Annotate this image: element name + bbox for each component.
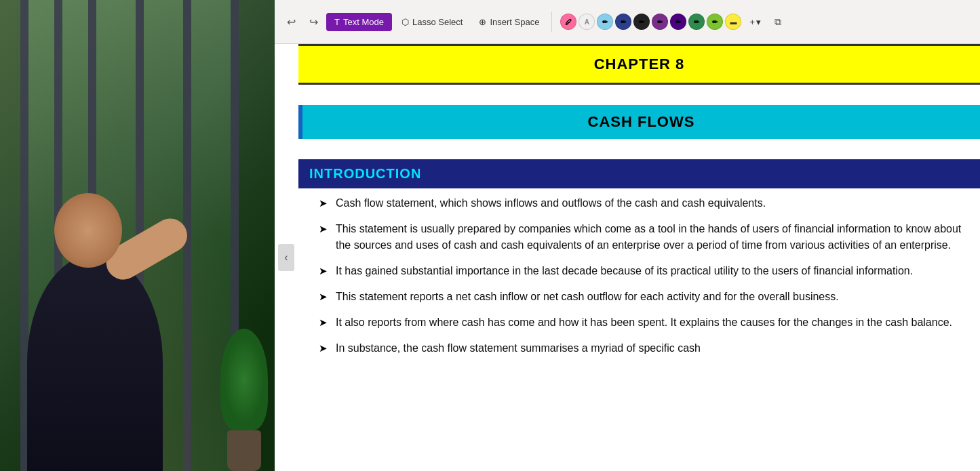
bullet-text-5: In substance, the cash flow statement su… (336, 340, 966, 356)
insert-space-button[interactable]: ⊕ Insert Space (472, 13, 546, 31)
bullet-item-4: ➤ It also reports from where cash has co… (319, 314, 966, 331)
undo-button[interactable]: ↩ (281, 12, 301, 33)
lasso-select-button[interactable]: ⬡ Lasso Select (395, 13, 469, 31)
bullet-text-3: This statement reports a net cash inflow… (336, 289, 966, 305)
spacer-2 (298, 139, 980, 159)
toolbar-divider (551, 12, 552, 32)
content-inner: CHAPTER 8 CASH FLOWS INTRODUCTION ➤ Cash… (298, 44, 980, 373)
color-white-pen[interactable]: A (579, 14, 595, 30)
add-icon: + (749, 17, 755, 27)
cash-flows-title: CASH FLOWS (588, 113, 695, 130)
color-light-blue[interactable]: ✏ (597, 14, 613, 30)
color-dark-purple[interactable]: ✏ (670, 14, 686, 30)
insert-space-icon: ⊕ (479, 17, 486, 27)
bullet-item-0: ➤ Cash flow statement, which shows inflo… (319, 195, 966, 211)
bullet-text-0: Cash flow statement, which shows inflows… (336, 195, 966, 211)
video-feed (0, 0, 275, 471)
insert-space-label: Insert Space (490, 17, 539, 27)
color-swatches: 🖊 A ✏ ✏ ✏ ✏ ✏ ✏ ✏ ▬ (560, 14, 741, 30)
bullet-text-4: It also reports from where cash has come… (336, 314, 966, 331)
bullet-arrow-1: ➤ (319, 222, 328, 237)
bullet-arrow-2: ➤ (319, 264, 328, 279)
cash-flows-banner: CASH FLOWS (298, 105, 980, 139)
color-purple[interactable]: ✏ (652, 14, 668, 30)
bullet-arrow-4: ➤ (319, 315, 328, 331)
nav-back-button[interactable]: ‹ (278, 244, 294, 271)
color-green[interactable]: ✏ (688, 14, 705, 30)
text-icon: T (334, 17, 340, 27)
chapter-title: CHAPTER 8 (594, 56, 685, 73)
text-mode-label: Text Mode (343, 17, 384, 27)
bullet-arrow-0: ➤ (319, 196, 328, 211)
bullet-text-2: It has gained substantial importance in … (336, 263, 966, 279)
bullet-arrow-3: ➤ (319, 289, 328, 305)
lasso-icon: ⬡ (401, 17, 409, 27)
bullet-item-3: ➤ This statement reports a net cash infl… (319, 289, 966, 305)
intro-banner: INTRODUCTION (298, 159, 980, 188)
color-yellow[interactable]: ▬ (725, 14, 741, 30)
copy-button[interactable]: ⧉ (769, 12, 787, 32)
toolbar: ↩ ↪ T Text Mode ⬡ Lasso Select ⊕ Insert … (275, 0, 980, 44)
bullet-item-2: ➤ It has gained substantial importance i… (319, 263, 966, 279)
redo-button[interactable]: ↪ (304, 12, 324, 33)
dropdown-icon: ▾ (756, 17, 761, 27)
intro-title: INTRODUCTION (309, 166, 421, 181)
lasso-select-label: Lasso Select (412, 17, 463, 27)
spacer-1 (298, 85, 980, 105)
bullet-item-1: ➤ This statement is usually prepared by … (319, 221, 966, 253)
bullet-arrow-5: ➤ (319, 341, 328, 356)
chapter-banner: CHAPTER 8 (298, 44, 980, 85)
onenote-panel: ↩ ↪ T Text Mode ⬡ Lasso Select ⊕ Insert … (275, 0, 980, 471)
color-dark-blue-pen[interactable]: ✏ (615, 14, 631, 30)
color-black[interactable]: ✏ (633, 14, 650, 30)
bullet-text-1: This statement is usually prepared by co… (336, 221, 966, 253)
bullets-container: ➤ Cash flow statement, which shows inflo… (298, 188, 980, 373)
text-mode-button[interactable]: T Text Mode (326, 13, 392, 31)
color-lime-green[interactable]: ✏ (707, 14, 723, 30)
bullet-item-5: ➤ In substance, the cash flow statement … (319, 340, 966, 356)
add-color-button[interactable]: + ▾ (744, 14, 766, 30)
content-area[interactable]: ‹ CHAPTER 8 CASH FLOWS INTRODUCTION ➤ Ca… (275, 44, 980, 471)
color-pink[interactable]: 🖊 (560, 14, 576, 30)
